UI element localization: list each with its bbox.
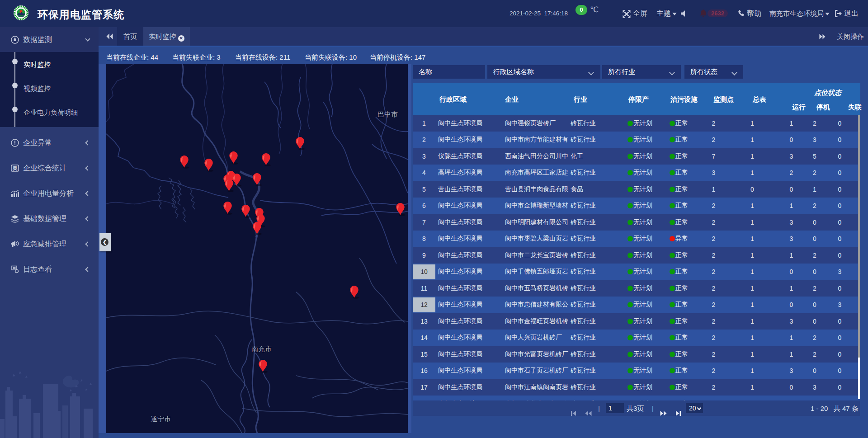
svg-text:奥: 奥 xyxy=(12,165,18,171)
